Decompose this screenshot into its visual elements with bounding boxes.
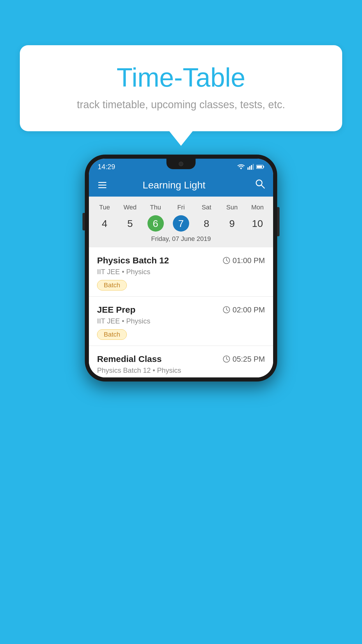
phone-screen: 14:29 — [89, 159, 273, 377]
clock-icon-1 — [223, 257, 230, 264]
date-cell-8[interactable]: 8 — [194, 215, 219, 232]
speech-bubble-arrow — [169, 131, 193, 146]
day-label-wed: Wed — [117, 201, 143, 214]
menu-icon[interactable] — [97, 181, 108, 189]
date-cell-7[interactable]: 7 — [168, 215, 194, 232]
phone-notch — [166, 159, 196, 169]
date-cell-5[interactable]: 5 — [117, 215, 143, 232]
search-icon[interactable] — [255, 179, 265, 191]
class-name-2: JEE Prep — [97, 305, 136, 315]
bubble-title: Time-Table — [43, 63, 319, 93]
svg-line-12 — [226, 260, 228, 261]
class-item-jee-prep[interactable]: JEE Prep 02:00 PM IIT JEE • Physics Batc… — [89, 297, 273, 346]
dates-row: 4 5 6 7 8 9 — [89, 215, 273, 232]
status-time: 14:29 — [98, 163, 115, 171]
battery-icon — [256, 164, 264, 169]
speech-bubble-section: Time-Table track timetable, upcoming cla… — [20, 45, 342, 146]
svg-rect-1 — [247, 167, 249, 170]
class-name-1: Physics Batch 12 — [97, 256, 169, 265]
app-bar: Learning Light — [89, 173, 273, 197]
phone-outer-shell: 14:29 — [85, 155, 277, 382]
day-label-thu: Thu — [143, 201, 168, 214]
phone-device: 14:29 — [85, 155, 277, 382]
svg-rect-7 — [257, 166, 262, 168]
class-subject-1: IIT JEE • Physics — [97, 268, 265, 276]
calendar-section: Tue Wed Thu Fri Sat Sun Mon 4 5 — [89, 197, 273, 247]
bubble-subtitle: track timetable, upcoming classes, tests… — [43, 99, 319, 111]
phone-camera — [179, 162, 183, 166]
class-subject-2: IIT JEE • Physics — [97, 317, 265, 325]
svg-rect-3 — [251, 165, 252, 170]
signal-icon — [247, 164, 254, 170]
class-name-3: Remedial Class — [97, 354, 162, 364]
classes-list: Physics Batch 12 01:00 PM IIT JEE • Phys… — [89, 247, 273, 377]
batch-badge-1: Batch — [97, 280, 127, 290]
day-label-sat: Sat — [194, 201, 219, 214]
class-subject-3: Physics Batch 12 • Physics — [97, 366, 265, 374]
svg-line-18 — [226, 359, 228, 360]
svg-rect-4 — [253, 164, 254, 170]
batch-badge-2: Batch — [97, 329, 127, 340]
app-title: Learning Light — [113, 179, 235, 191]
status-icons — [237, 164, 264, 170]
days-header: Tue Wed Thu Fri Sat Sun Mon — [89, 201, 273, 214]
class-time-3: 05:25 PM — [223, 355, 265, 364]
speech-bubble-card: Time-Table track timetable, upcoming cla… — [20, 45, 342, 131]
class-item-remedial[interactable]: Remedial Class 05:25 PM Physics Batch 12… — [89, 346, 273, 377]
date-cell-9[interactable]: 9 — [219, 215, 245, 232]
day-label-tue: Tue — [92, 201, 117, 214]
selected-date-label: Friday, 07 June 2019 — [89, 232, 273, 247]
svg-line-9 — [261, 185, 264, 188]
day-label-mon: Mon — [245, 201, 270, 214]
date-cell-10[interactable]: 10 — [245, 215, 270, 232]
svg-marker-0 — [240, 168, 242, 169]
wifi-icon — [237, 164, 245, 170]
day-label-sun: Sun — [219, 201, 245, 214]
date-cell-4[interactable]: 4 — [92, 215, 117, 232]
svg-line-15 — [226, 310, 228, 311]
date-cell-6[interactable]: 6 — [143, 215, 168, 232]
class-time-1: 01:00 PM — [223, 256, 265, 265]
clock-icon-2 — [223, 306, 230, 314]
svg-rect-6 — [263, 166, 264, 168]
class-item-physics-batch[interactable]: Physics Batch 12 01:00 PM IIT JEE • Phys… — [89, 247, 273, 297]
day-label-fri: Fri — [168, 201, 194, 214]
clock-icon-3 — [223, 355, 230, 363]
class-time-2: 02:00 PM — [223, 305, 265, 314]
svg-rect-2 — [249, 166, 250, 170]
